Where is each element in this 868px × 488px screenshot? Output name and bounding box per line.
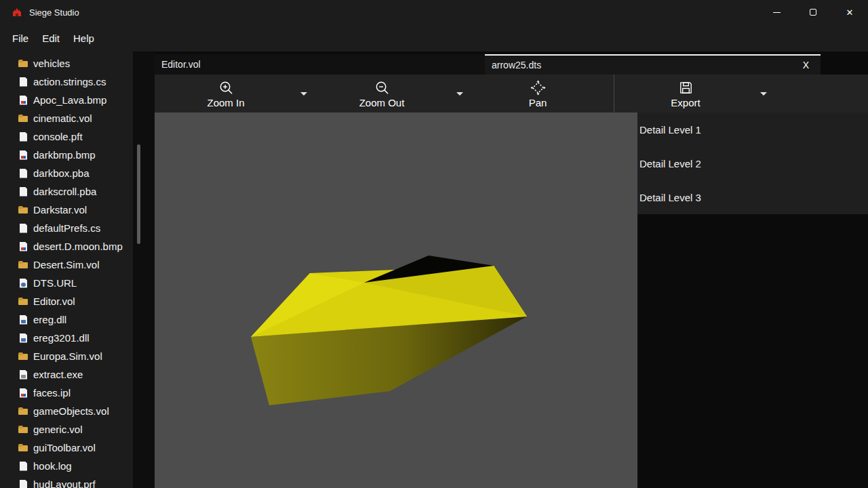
sidebar-scrollbar[interactable] bbox=[133, 52, 155, 488]
file-item-ereg.dll[interactable]: ereg.dll bbox=[0, 310, 133, 329]
right-panel: Detail Level 1 Detail Level 2 Detail Lev… bbox=[637, 113, 868, 488]
zoom-in-dropdown[interactable] bbox=[297, 75, 311, 113]
file-item-label: hudLayout.prf bbox=[33, 479, 96, 488]
file-list: vehicles action.strings.cs Apoc_Lava.bmp… bbox=[0, 52, 133, 488]
file-item-console.pft[interactable]: console.pft bbox=[0, 127, 133, 146]
export-dropdown-menu: Detail Level 1 Detail Level 2 Detail Lev… bbox=[637, 113, 868, 214]
close-button[interactable]: ✕ bbox=[834, 0, 865, 24]
file-item-label: Editor.vol bbox=[33, 296, 75, 307]
file-item-extract.exe[interactable]: extract.exe bbox=[0, 365, 133, 384]
zoom-in-label: Zoom In bbox=[207, 97, 244, 108]
image-icon bbox=[18, 150, 28, 161]
file-item-Editor.vol[interactable]: Editor.vol bbox=[0, 292, 133, 310]
menu-help[interactable]: Help bbox=[66, 30, 101, 47]
zoom-out-label: Zoom Out bbox=[359, 97, 405, 108]
file-item-DTS.URL[interactable]: DTS.URL bbox=[0, 274, 133, 292]
file-icon bbox=[18, 223, 28, 234]
model-viewport[interactable] bbox=[155, 113, 637, 488]
dll-icon bbox=[18, 333, 28, 344]
folder-icon bbox=[18, 205, 28, 216]
maximize-button[interactable] bbox=[797, 0, 829, 24]
file-item-label: DTS.URL bbox=[33, 277, 77, 289]
chevron-down-icon bbox=[456, 92, 463, 96]
file-item-label: action.strings.cs bbox=[33, 76, 106, 87]
menu-file[interactable]: File bbox=[5, 30, 35, 47]
menu-edit[interactable]: Edit bbox=[35, 30, 66, 47]
zoom-out-button[interactable]: Zoom Out bbox=[311, 75, 453, 113]
folder-icon bbox=[18, 260, 28, 270]
file-item-Europa.Sim.vol[interactable]: Europa.Sim.vol bbox=[0, 347, 133, 365]
file-item-label: cinematic.vol bbox=[33, 113, 92, 124]
image-icon bbox=[18, 388, 28, 399]
folder-icon bbox=[18, 424, 28, 435]
tab-label: arrow25.dts bbox=[492, 60, 541, 70]
file-item-label: ereg3201.dll bbox=[33, 332, 90, 344]
app-icon bbox=[11, 6, 23, 18]
file-item-Desert.Sim.vol[interactable]: Desert.Sim.vol bbox=[0, 256, 133, 274]
tab-arrow25-dts[interactable]: arrow25.dts X bbox=[485, 54, 821, 75]
window-controls: ✕ bbox=[761, 0, 865, 24]
folder-icon bbox=[18, 58, 28, 69]
folder-icon bbox=[18, 443, 28, 453]
menu-item-detail-level-1[interactable]: Detail Level 1 bbox=[637, 113, 868, 146]
menubar: File Edit Help bbox=[0, 24, 868, 52]
tab-close-button[interactable]: X bbox=[798, 58, 814, 72]
minimize-button[interactable] bbox=[761, 0, 792, 24]
export-button[interactable]: Export bbox=[614, 75, 757, 113]
file-item-darkbox.pba[interactable]: darkbox.pba bbox=[0, 164, 133, 182]
file-item-label: ereg.dll bbox=[33, 314, 66, 325]
file-item-hudLayout.prf[interactable]: hudLayout.prf bbox=[0, 475, 133, 488]
file-item-ereg3201.dll[interactable]: ereg3201.dll bbox=[0, 329, 133, 347]
file-icon bbox=[18, 479, 28, 488]
file-item-label: darkbmp.bmp bbox=[33, 149, 96, 161]
zoom-out-icon bbox=[374, 79, 391, 96]
folder-icon bbox=[18, 351, 28, 362]
file-item-label: Apoc_Lava.bmp bbox=[33, 94, 106, 106]
zoom-out-dropdown[interactable] bbox=[453, 75, 467, 113]
zoom-in-button[interactable]: Zoom In bbox=[155, 75, 297, 113]
file-item-label: console.pft bbox=[33, 131, 83, 142]
file-item-vehicles[interactable]: vehicles bbox=[0, 54, 133, 73]
file-item-hook.log[interactable]: hook.log bbox=[0, 457, 133, 475]
file-item-cinematic.vol[interactable]: cinematic.vol bbox=[0, 109, 133, 127]
file-item-label: extract.exe bbox=[33, 369, 83, 380]
file-item-darkbmp.bmp[interactable]: darkbmp.bmp bbox=[0, 146, 133, 164]
scrollbar-thumb[interactable] bbox=[137, 144, 140, 244]
export-group: Export bbox=[614, 75, 770, 113]
arrow25-model bbox=[155, 113, 637, 488]
export-label: Export bbox=[671, 97, 700, 108]
zoom-in-icon bbox=[218, 79, 235, 96]
tab-label: Editor.vol bbox=[161, 59, 201, 70]
file-item-guiToolbar.vol[interactable]: guiToolbar.vol bbox=[0, 439, 133, 457]
menu-item-detail-level-3[interactable]: Detail Level 3 bbox=[637, 180, 868, 214]
file-item-label: desert.D.moon.bmp bbox=[33, 241, 123, 252]
file-item-label: Europa.Sim.vol bbox=[33, 350, 102, 362]
maximize-icon bbox=[810, 9, 816, 16]
minimize-icon bbox=[773, 12, 781, 13]
file-item-darkscroll.pba[interactable]: darkscroll.pba bbox=[0, 182, 133, 201]
file-item-label: vehicles bbox=[33, 58, 70, 69]
titlebar: Siege Studio ✕ bbox=[0, 0, 868, 24]
file-item-generic.vol[interactable]: generic.vol bbox=[0, 420, 133, 439]
file-item-defaultPrefs.cs[interactable]: defaultPrefs.cs bbox=[0, 219, 133, 237]
pan-button[interactable]: Pan bbox=[467, 75, 609, 113]
export-dropdown[interactable] bbox=[757, 75, 770, 113]
file-item-Apoc_Lava.bmp[interactable]: Apoc_Lava.bmp bbox=[0, 91, 133, 109]
menu-item-detail-level-2[interactable]: Detail Level 2 bbox=[637, 146, 868, 180]
pan-label: Pan bbox=[529, 97, 547, 108]
file-item-faces.ipl[interactable]: faces.ipl bbox=[0, 384, 133, 402]
pan-group: Pan bbox=[467, 75, 614, 113]
file-item-action.strings.cs[interactable]: action.strings.cs bbox=[0, 73, 133, 91]
file-item-label: hook.log bbox=[33, 460, 72, 472]
file-item-label: guiToolbar.vol bbox=[33, 442, 96, 453]
file-item-Darkstar.vol[interactable]: Darkstar.vol bbox=[0, 201, 133, 219]
folder-icon bbox=[18, 296, 28, 307]
file-item-label: Darkstar.vol bbox=[33, 204, 87, 216]
url-icon bbox=[18, 278, 28, 289]
file-item-desert.D.moon.bmp[interactable]: desert.D.moon.bmp bbox=[0, 237, 133, 256]
file-sidebar: vehicles action.strings.cs Apoc_Lava.bmp… bbox=[0, 52, 133, 488]
file-icon bbox=[18, 461, 28, 472]
file-item-gameObjects.vol[interactable]: gameObjects.vol bbox=[0, 402, 133, 420]
dll-icon bbox=[18, 314, 28, 325]
tab-editor-vol[interactable]: Editor.vol bbox=[155, 54, 485, 75]
